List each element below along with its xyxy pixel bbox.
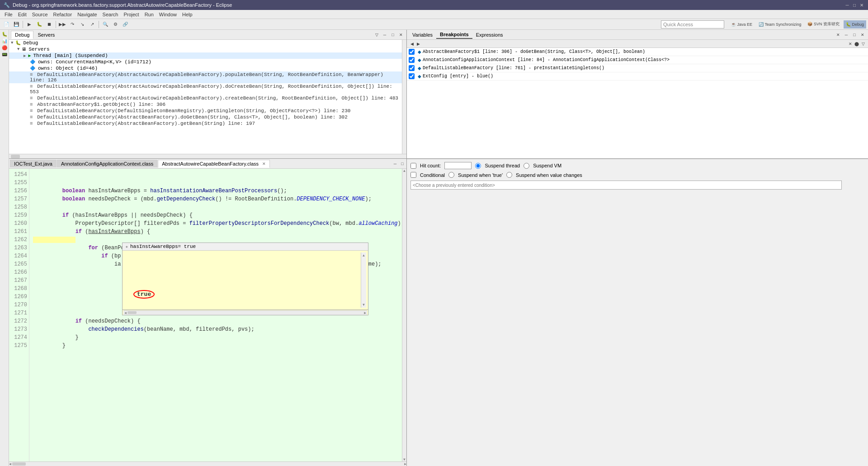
sidebar-console-icon[interactable]: 📟 [1,51,8,58]
stack-6[interactable]: ≡ DefaultListableBeanFactory(AbstractBea… [9,120,402,127]
suspend-change-radio[interactable] [506,172,512,178]
hitcount-input[interactable] [444,162,472,169]
rtab-variables[interactable]: Variables [409,31,436,38]
suspend-true-radio[interactable] [448,172,454,178]
debug-scrollbar-h[interactable] [9,154,406,158]
editor-content[interactable]: 1254 1255 1256 1257 1258 1259 1260 1261 … [9,169,406,466]
stack-5[interactable]: ≡ DefaultListableBeanFactory(AbstractBea… [9,114,402,120]
tb-run[interactable]: ▶ [25,20,34,29]
var-row-0[interactable]: ◆ AbstractBeanFactory$1 [line: 306] - do… [407,48,868,56]
debug-scrollbar[interactable] [402,40,406,154]
right-top-min[interactable]: ─ [843,31,850,38]
toolbar: 📄 💾 ▶ 🐛 ⏹ ▶▶ ↷ ↘ ↗ 🔍 ⚙ 🔗 Quick Access ☕ … [0,19,868,30]
menu-search[interactable]: Search [100,12,121,17]
var-row-3[interactable]: ◆ ExtConfig [entry] - blue() [407,72,868,81]
debug-thread[interactable]: ▶ ▶ Thread [main] (Suspended) [9,52,402,59]
tb-step-in[interactable]: ↘ [78,20,87,29]
editor-min-btn[interactable]: ─ [392,161,398,167]
condition-input[interactable] [410,181,842,190]
minimize-button[interactable]: ─ [844,2,850,8]
menu-project[interactable]: Project [121,12,142,17]
right-top-max[interactable]: □ [851,31,858,38]
right-toolbar-icons3[interactable]: ▽ [860,41,866,47]
rtab-breakpoints[interactable]: Breakpoints [436,31,472,39]
tb-new[interactable]: 📄 [2,20,11,29]
tb-misc3[interactable]: 🔗 [121,20,130,29]
close-button[interactable]: ✕ [859,2,864,8]
code-wrapper: 1254 1255 1256 1257 1258 1259 1260 1261 … [9,169,406,461]
var-check-3[interactable] [409,73,415,79]
right-scroll-left[interactable]: ◀ [409,41,415,47]
sidebar-var-icon[interactable]: 📊 [1,38,8,44]
persp-svn[interactable]: 📦 SVN 资库研究 [805,20,842,29]
rtab-expressions[interactable]: Expressions [472,31,507,38]
debug-max-btn[interactable]: □ [389,31,396,38]
menu-window[interactable]: Window [156,12,179,17]
tb-step-out[interactable]: ↗ [88,20,97,29]
var-text-1: AnnotationConfigApplicationContext [line… [423,57,670,62]
suspend-vm-radio[interactable] [524,163,529,169]
sidebar-debug-icon[interactable]: 🐛 [1,31,8,38]
var-row-1[interactable]: ◆ AnnotationConfigApplicationContext [li… [407,56,868,64]
debug-root[interactable]: ▼ 🐛 Debug [9,40,402,46]
menu-file[interactable]: File [2,12,15,17]
right-scroll-right[interactable]: ▶ [415,41,421,47]
suspend-thread-radio[interactable] [475,163,481,169]
tb-debug[interactable]: 🐛 [35,20,44,29]
tab-abstractautowire[interactable]: AbstractAutowireCapableBeanFactory.class… [158,160,270,168]
debug-owns1[interactable]: 🔷 owns: ConcurrentHashMap<K,V> (id=1712) [9,59,402,65]
editor-max-btn[interactable]: □ [399,161,406,167]
persp-javaee[interactable]: ☕ Java EE [729,20,755,29]
code-scrollbar-h[interactable]: ◀ ▶ [9,461,406,466]
owns1-label: owns: ConcurrentHashMap<K,V> (id=1712) [38,59,151,65]
debug-menu-btn[interactable]: ▽ [373,31,380,38]
debug-owns2[interactable]: 🔷 owns: Object (id=46) [9,65,402,71]
var-check-0[interactable] [409,49,415,55]
debug-min-btn[interactable]: ─ [381,31,388,38]
debug-close-btn[interactable]: ✕ [397,31,405,38]
menu-edit[interactable]: Edit [15,12,29,17]
persp-team[interactable]: 🔄 Team Synchronizing [756,20,803,29]
quick-access-box[interactable]: Quick Access [661,20,724,29]
title-bar: 🔧 Debug - org.springframework.beans.fact… [0,0,868,10]
tab-servers[interactable]: Servers [33,31,59,39]
right-top-icons[interactable]: ✕ [835,31,842,38]
right-top-close[interactable]: ✕ [859,31,866,38]
stack-4[interactable]: ≡ DefaultListableBeanFactory(DefaultSing… [9,108,402,114]
menu-run[interactable]: Run [142,12,156,17]
conditional-checkbox[interactable] [410,172,416,178]
persp-debug[interactable]: 🐛 Debug [844,20,866,29]
tb-resume[interactable]: ▶▶ [58,20,67,29]
stack-3[interactable]: ≡ AbstractBeanFactory$1.getObject() line… [9,101,402,108]
menu-navigate[interactable]: Navigate [75,12,99,17]
tb-stop[interactable]: ⏹ [45,20,54,29]
sidebar-bp-icon[interactable]: 🔴 [1,44,8,51]
stack-3-text: AbstractBeanFactory$1.getObject() line: … [37,102,165,107]
tb-misc1[interactable]: 🔍 [101,20,110,29]
tab-debug[interactable]: Debug [11,31,33,39]
tab-ioctest[interactable]: IOCTest_Ext.java [10,160,57,167]
tb-save[interactable]: 💾 [12,20,21,29]
var-check-1[interactable] [409,57,415,63]
tab-close-icon[interactable]: ✕ [262,162,266,166]
hitcount-checkbox[interactable] [410,163,416,169]
tb-misc2[interactable]: ⚙ [111,20,120,29]
menu-refactor[interactable]: Refactor [51,12,75,17]
menu-help[interactable]: Help [179,12,195,17]
menu-source[interactable]: Source [29,12,51,17]
stack-2[interactable]: ≡ DefaultListableBeanFactory(AbstractAut… [9,95,402,101]
right-toolbar-icons2[interactable]: ⬤ [854,41,860,47]
stack-0[interactable]: ≡ DefaultListableBeanFactory(AbstractAut… [9,71,402,83]
tooltip-header-text: hasInstAwareBpps= true [130,244,196,249]
tab-annotationconfig[interactable]: AnnotationConfigApplicationContext.class [57,160,157,167]
var-check-2[interactable] [409,65,415,71]
right-toolbar-icons[interactable]: ✕ [847,41,854,47]
tb-step-over[interactable]: ↷ [68,20,77,29]
debug-servers[interactable]: ▼ 🖥 Servers [9,46,402,52]
tooltip-scrollbar-h[interactable]: ◀ ▶ [123,310,367,315]
var-row-2[interactable]: ◆ DefaultListableBeanFactory [line: 761]… [407,64,868,72]
maximize-button[interactable]: □ [852,2,857,8]
code-scrollbar-v[interactable]: ▲ ▼ [402,169,406,461]
tooltip-scrollbar-v[interactable]: ▲ ▼ [361,252,366,308]
stack-1[interactable]: ≡ DefaultListableBeanFactory(AbstractAut… [9,83,402,95]
